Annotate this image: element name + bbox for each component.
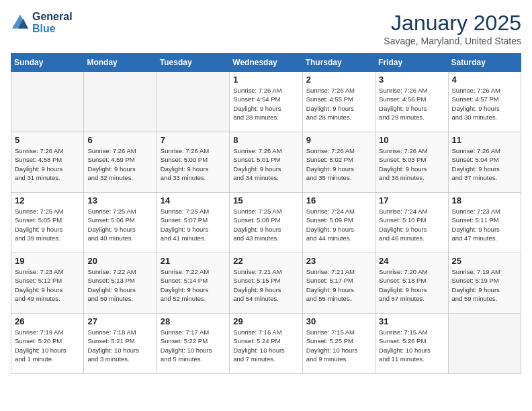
day-info: Sunrise: 7:25 AM Sunset: 5:08 PM Dayligh…	[233, 207, 298, 242]
calendar-cell: 17Sunrise: 7:24 AM Sunset: 5:10 PM Dayli…	[375, 193, 448, 253]
day-info: Sunrise: 7:22 AM Sunset: 5:14 PM Dayligh…	[161, 267, 226, 303]
day-number: 12	[15, 195, 80, 205]
day-info: Sunrise: 7:24 AM Sunset: 5:10 PM Dayligh…	[379, 207, 444, 242]
calendar-cell: 25Sunrise: 7:19 AM Sunset: 5:19 PM Dayli…	[448, 253, 521, 314]
day-number: 31	[379, 316, 444, 326]
logo-text: General Blue	[32, 11, 73, 35]
day-info: Sunrise: 7:26 AM Sunset: 5:00 PM Dayligh…	[161, 146, 226, 182]
day-info: Sunrise: 7:26 AM Sunset: 4:55 PM Dayligh…	[306, 86, 371, 122]
logo-icon	[11, 13, 30, 32]
weekday-header-saturday: Saturday	[448, 54, 521, 72]
calendar-cell: 14Sunrise: 7:25 AM Sunset: 5:07 PM Dayli…	[157, 193, 229, 253]
calendar-cell: 9Sunrise: 7:26 AM Sunset: 5:02 PM Daylig…	[302, 132, 375, 193]
weekday-header-monday: Monday	[84, 54, 157, 72]
day-number: 13	[87, 195, 152, 205]
calendar-cell: 13Sunrise: 7:25 AM Sunset: 5:06 PM Dayli…	[84, 193, 157, 253]
calendar-cell: 24Sunrise: 7:20 AM Sunset: 5:18 PM Dayli…	[375, 253, 448, 314]
calendar-cell: 21Sunrise: 7:22 AM Sunset: 5:14 PM Dayli…	[157, 253, 229, 314]
calendar-cell	[157, 72, 229, 132]
weekday-header-sunday: Sunday	[11, 54, 84, 72]
weekday-header-tuesday: Tuesday	[157, 54, 229, 72]
calendar-cell	[84, 72, 157, 132]
calendar-cell: 11Sunrise: 7:26 AM Sunset: 5:04 PM Dayli…	[448, 132, 521, 193]
day-info: Sunrise: 7:20 AM Sunset: 5:18 PM Dayligh…	[379, 267, 444, 303]
calendar-cell: 28Sunrise: 7:17 AM Sunset: 5:22 PM Dayli…	[157, 314, 229, 374]
calendar-cell: 23Sunrise: 7:21 AM Sunset: 5:17 PM Dayli…	[302, 253, 375, 314]
day-number: 10	[379, 135, 444, 145]
day-number: 24	[379, 256, 444, 266]
day-number: 16	[306, 195, 371, 205]
header: General Blue January 2025 Savage, Maryla…	[11, 11, 521, 46]
day-info: Sunrise: 7:26 AM Sunset: 4:58 PM Dayligh…	[15, 146, 80, 182]
day-number: 27	[87, 316, 152, 326]
weekday-header-wednesday: Wednesday	[230, 54, 302, 72]
day-info: Sunrise: 7:25 AM Sunset: 5:06 PM Dayligh…	[87, 207, 152, 242]
calendar-week-2: 5Sunrise: 7:26 AM Sunset: 4:58 PM Daylig…	[11, 132, 521, 193]
day-info: Sunrise: 7:22 AM Sunset: 5:13 PM Dayligh…	[87, 267, 152, 303]
day-info: Sunrise: 7:21 AM Sunset: 5:15 PM Dayligh…	[233, 267, 298, 303]
day-info: Sunrise: 7:25 AM Sunset: 5:07 PM Dayligh…	[161, 207, 226, 242]
day-number: 22	[233, 256, 298, 266]
calendar-cell: 3Sunrise: 7:26 AM Sunset: 4:56 PM Daylig…	[375, 72, 448, 132]
weekday-header-row: SundayMondayTuesdayWednesdayThursdayFrid…	[11, 54, 521, 72]
calendar-cell: 30Sunrise: 7:15 AM Sunset: 5:25 PM Dayli…	[302, 314, 375, 374]
day-info: Sunrise: 7:15 AM Sunset: 5:26 PM Dayligh…	[379, 328, 444, 363]
day-number: 30	[306, 316, 371, 326]
day-info: Sunrise: 7:26 AM Sunset: 4:57 PM Dayligh…	[452, 86, 517, 122]
day-number: 2	[306, 75, 371, 85]
title-block: January 2025 Savage, Maryland, United St…	[384, 11, 521, 46]
weekday-header-friday: Friday	[375, 54, 448, 72]
day-number: 21	[161, 256, 226, 266]
day-info: Sunrise: 7:16 AM Sunset: 5:24 PM Dayligh…	[233, 328, 298, 363]
calendar-cell: 5Sunrise: 7:26 AM Sunset: 4:58 PM Daylig…	[11, 132, 84, 193]
day-number: 7	[161, 135, 226, 145]
calendar-cell: 1Sunrise: 7:26 AM Sunset: 4:54 PM Daylig…	[230, 72, 302, 132]
calendar-cell: 12Sunrise: 7:25 AM Sunset: 5:05 PM Dayli…	[11, 193, 84, 253]
calendar-cell: 10Sunrise: 7:26 AM Sunset: 5:03 PM Dayli…	[375, 132, 448, 193]
day-info: Sunrise: 7:25 AM Sunset: 5:05 PM Dayligh…	[15, 207, 80, 242]
calendar-table: SundayMondayTuesdayWednesdayThursdayFrid…	[11, 53, 521, 374]
calendar-cell: 27Sunrise: 7:18 AM Sunset: 5:21 PM Dayli…	[84, 314, 157, 374]
calendar-cell: 4Sunrise: 7:26 AM Sunset: 4:57 PM Daylig…	[448, 72, 521, 132]
calendar-cell: 15Sunrise: 7:25 AM Sunset: 5:08 PM Dayli…	[230, 193, 302, 253]
day-info: Sunrise: 7:26 AM Sunset: 5:01 PM Dayligh…	[233, 146, 298, 182]
day-number: 17	[379, 195, 444, 205]
calendar-week-1: 1Sunrise: 7:26 AM Sunset: 4:54 PM Daylig…	[11, 72, 521, 132]
calendar-week-3: 12Sunrise: 7:25 AM Sunset: 5:05 PM Dayli…	[11, 193, 521, 253]
day-number: 3	[379, 75, 444, 85]
calendar-cell: 18Sunrise: 7:23 AM Sunset: 5:11 PM Dayli…	[448, 193, 521, 253]
calendar-cell: 2Sunrise: 7:26 AM Sunset: 4:55 PM Daylig…	[302, 72, 375, 132]
calendar-cell: 6Sunrise: 7:26 AM Sunset: 4:59 PM Daylig…	[84, 132, 157, 193]
calendar-cell	[11, 72, 84, 132]
calendar-cell: 7Sunrise: 7:26 AM Sunset: 5:00 PM Daylig…	[157, 132, 229, 193]
day-info: Sunrise: 7:23 AM Sunset: 5:12 PM Dayligh…	[15, 267, 80, 303]
day-info: Sunrise: 7:24 AM Sunset: 5:09 PM Dayligh…	[306, 207, 371, 242]
calendar-cell: 26Sunrise: 7:19 AM Sunset: 5:20 PM Dayli…	[11, 314, 84, 374]
location: Savage, Maryland, United States	[384, 36, 521, 46]
day-info: Sunrise: 7:26 AM Sunset: 5:02 PM Dayligh…	[306, 146, 371, 182]
day-number: 23	[306, 256, 371, 266]
logo: General Blue	[11, 11, 73, 35]
calendar-cell	[448, 314, 521, 374]
calendar-cell: 22Sunrise: 7:21 AM Sunset: 5:15 PM Dayli…	[230, 253, 302, 314]
calendar-week-4: 19Sunrise: 7:23 AM Sunset: 5:12 PM Dayli…	[11, 253, 521, 314]
day-number: 28	[161, 316, 226, 326]
day-number: 1	[233, 75, 298, 85]
weekday-header-thursday: Thursday	[302, 54, 375, 72]
day-number: 4	[452, 75, 517, 85]
day-number: 15	[233, 195, 298, 205]
day-number: 25	[452, 256, 517, 266]
day-number: 14	[161, 195, 226, 205]
calendar-week-5: 26Sunrise: 7:19 AM Sunset: 5:20 PM Dayli…	[11, 314, 521, 374]
day-info: Sunrise: 7:19 AM Sunset: 5:20 PM Dayligh…	[15, 328, 80, 363]
day-info: Sunrise: 7:26 AM Sunset: 4:54 PM Dayligh…	[233, 86, 298, 122]
day-number: 11	[452, 135, 517, 145]
day-number: 6	[87, 135, 152, 145]
page-container: General Blue January 2025 Savage, Maryla…	[11, 11, 521, 374]
calendar-cell: 20Sunrise: 7:22 AM Sunset: 5:13 PM Dayli…	[84, 253, 157, 314]
day-info: Sunrise: 7:26 AM Sunset: 4:59 PM Dayligh…	[87, 146, 152, 182]
day-info: Sunrise: 7:19 AM Sunset: 5:19 PM Dayligh…	[452, 267, 517, 303]
calendar-cell: 31Sunrise: 7:15 AM Sunset: 5:26 PM Dayli…	[375, 314, 448, 374]
calendar-cell: 19Sunrise: 7:23 AM Sunset: 5:12 PM Dayli…	[11, 253, 84, 314]
day-number: 20	[87, 256, 152, 266]
